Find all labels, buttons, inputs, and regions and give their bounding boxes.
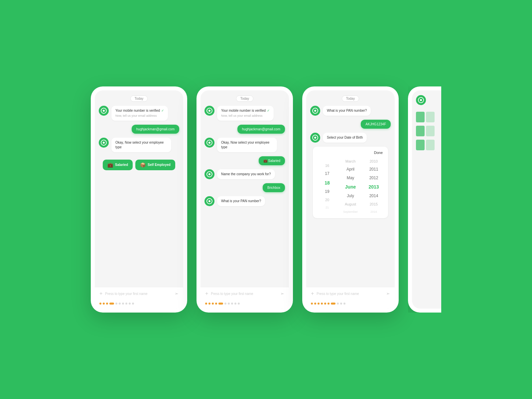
dot: [314, 303, 316, 305]
month-column[interactable]: March April May June July August Septemb…: [339, 157, 362, 215]
progress-area-2: [200, 300, 289, 309]
today-badge-2: Today: [204, 95, 285, 101]
bot-avatar-p2-1: [204, 106, 214, 116]
send-icon-1[interactable]: ➣: [175, 291, 179, 296]
year-item[interactable]: 2011: [362, 165, 385, 174]
bot-avatar-p3-1: [310, 106, 320, 116]
dot: [238, 303, 240, 305]
letter-block: [416, 126, 425, 136]
user-email-2: hughjackman@gmail.com: [204, 125, 285, 134]
self-employed-icon: 📦: [140, 162, 146, 168]
bot-avatar-2: [99, 138, 109, 148]
dot: [208, 303, 210, 305]
dot: [125, 303, 127, 305]
send-icon-3[interactable]: ➣: [386, 291, 390, 296]
phone-4-partial: [408, 86, 441, 313]
verified-check-icon: ✓: [161, 108, 164, 113]
dot: [231, 303, 233, 305]
month-item[interactable]: September: [339, 208, 362, 216]
dot: [132, 303, 134, 305]
month-item-selected[interactable]: June: [339, 182, 362, 192]
self-employed-button[interactable]: 📦 Self Employed: [135, 160, 175, 170]
partial-logo: [416, 95, 426, 105]
dot: [106, 303, 108, 305]
chat-area-2: Today Your mobile number is verified ✓ N…: [200, 90, 289, 287]
dot: [212, 303, 214, 305]
plus-icon-1: +: [99, 291, 102, 297]
progress-area-1: [95, 300, 183, 309]
year-item[interactable]: 2012: [362, 174, 385, 183]
day-item-selected[interactable]: 18: [316, 178, 339, 188]
dot: [324, 303, 326, 305]
bot-avatar-p2-3: [204, 169, 214, 179]
salaried-button[interactable]: 💼 Salaried: [103, 160, 133, 170]
letter-block: [416, 112, 425, 122]
bubble-p2-3: Name the company you work for?: [217, 169, 275, 179]
salaried-icon: 💼: [107, 162, 113, 168]
dot: [343, 303, 345, 305]
phone-2: Today Your mobile number is verified ✓ N…: [197, 86, 293, 313]
day-item[interactable]: 20: [316, 196, 339, 204]
letter-block: [426, 112, 435, 122]
date-picker[interactable]: Done 16 17 18 19 20 21: [313, 147, 388, 218]
dot: [234, 303, 236, 305]
dot: [224, 303, 226, 305]
day-item[interactable]: 17: [316, 170, 339, 178]
month-item[interactable]: April: [339, 165, 362, 174]
picker-columns: 16 17 18 19 20 21 March April: [313, 157, 388, 215]
send-icon-2[interactable]: ➣: [280, 291, 284, 296]
employee-buttons-1: 💼 Salaried 📦 Self Employed: [99, 156, 179, 172]
dot-active: [331, 303, 335, 305]
user-email-1: hughjackman@gmail.com: [99, 125, 179, 134]
bot-msg-p2-4: What is your PAN number?: [204, 196, 285, 206]
dot: [99, 303, 101, 305]
bubble-p3-2: Select your Date of Birth: [323, 133, 367, 143]
done-button[interactable]: Done: [313, 149, 388, 157]
dot-active: [218, 303, 223, 305]
bot-message-2: Okay, Now select your employee type: [99, 138, 179, 152]
dot: [340, 303, 342, 305]
bot-msg-p2-1: Your mobile number is verified ✓ Now, te…: [204, 106, 285, 121]
big-letters-display: [416, 112, 437, 150]
year-item[interactable]: 2010: [362, 157, 385, 165]
user-salaried: 💼 Salaried: [204, 156, 285, 165]
phone-3: Today What is your PAN number? AKJHG1234…: [302, 86, 399, 313]
month-item[interactable]: March: [339, 157, 362, 165]
user-company: Brichbox: [204, 183, 285, 192]
year-item-selected[interactable]: 2013: [362, 182, 385, 192]
plus-icon-2: +: [205, 291, 208, 297]
month-item[interactable]: July: [339, 192, 362, 200]
year-item[interactable]: 2016: [362, 208, 385, 216]
dot: [122, 303, 124, 305]
bubble-p2-1: Your mobile number is verified ✓ Now, te…: [217, 106, 274, 121]
year-item[interactable]: 2015: [362, 200, 385, 208]
phone-1: Today Your mobile number is verified ✓: [91, 86, 187, 313]
dot: [115, 303, 117, 305]
year-column[interactable]: 2010 2011 2012 2013 2014 2015 2016: [362, 157, 385, 215]
day-column[interactable]: 16 17 18 19 20 21: [316, 162, 339, 211]
plus-icon-3: +: [311, 291, 314, 297]
dot: [228, 303, 230, 305]
bot-message-1: Your mobile number is verified ✓ Now, te…: [99, 106, 179, 121]
month-item[interactable]: August: [339, 200, 362, 208]
bot-avatar-p2-2: [204, 138, 214, 148]
day-item[interactable]: 16: [316, 162, 339, 170]
message-bubble: Your mobile number is verified ✓ Now, te…: [111, 106, 168, 121]
progress-dots-2: [205, 303, 284, 305]
dot-active: [109, 303, 114, 305]
bot-avatar: [99, 106, 109, 116]
bot-msg-p2-2: Okay, Now select your employee type: [204, 138, 285, 152]
year-item[interactable]: 2014: [362, 192, 385, 200]
bot-avatar-p3-2: [310, 133, 320, 143]
day-item[interactable]: 19: [316, 188, 339, 196]
month-item[interactable]: May: [339, 174, 362, 183]
day-item[interactable]: 21: [316, 204, 339, 211]
chat-area-1: Today Your mobile number is verified ✓: [95, 90, 183, 287]
dot: [318, 303, 320, 305]
bubble-p2-4: What is your PAN number?: [217, 196, 265, 206]
today-badge-1: Today: [99, 95, 179, 101]
progress-area-3: [306, 300, 395, 309]
bot-msg-p3-1: What is your PAN number?: [310, 106, 391, 116]
salaried-icon-selected: 💼: [263, 159, 268, 163]
dot: [215, 303, 217, 305]
